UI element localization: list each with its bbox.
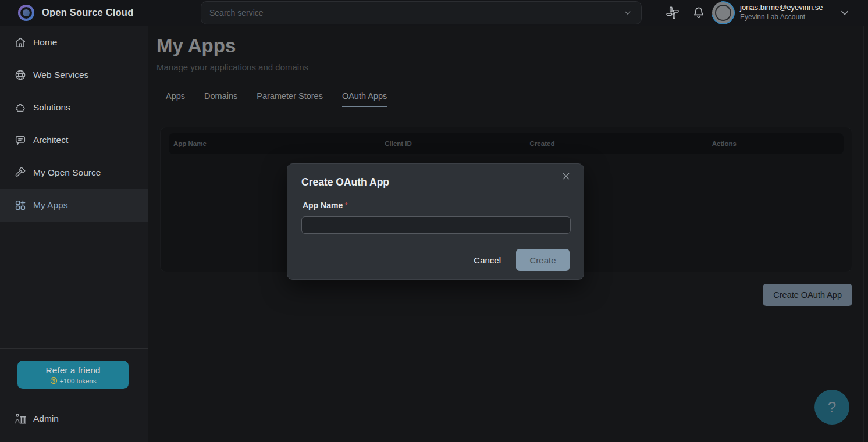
modal-footer: Cancel Create [474, 249, 570, 271]
puzzle-icon [14, 101, 27, 114]
sidebar-item-label: Architect [33, 135, 68, 145]
sidebar-item-label: Web Services [33, 70, 88, 80]
sidebar-item-label: My Apps [33, 200, 67, 211]
search-service-box[interactable] [201, 1, 642, 24]
close-icon[interactable] [561, 169, 577, 184]
sidebar-item-architect[interactable]: Architect [0, 124, 148, 156]
cancel-button[interactable]: Cancel [474, 255, 501, 265]
sidebar-item-admin[interactable]: Admin [0, 402, 148, 435]
chevron-down-icon[interactable] [622, 8, 633, 18]
create-button[interactable]: Create [516, 249, 570, 271]
chat-icon [14, 134, 27, 147]
refer-a-friend-button[interactable]: Refer a friend +100 tokens [17, 361, 129, 389]
search-input[interactable] [209, 8, 622, 17]
osc-logo-icon [18, 5, 34, 21]
slack-icon[interactable] [665, 5, 680, 20]
sidebar-item-label: Home [33, 37, 57, 48]
avatar[interactable] [712, 2, 734, 24]
app-name-field[interactable] [301, 216, 571, 234]
hammer-icon [14, 166, 27, 179]
coin-icon [50, 377, 58, 384]
sidebar-item-label: My Open Source [33, 167, 101, 178]
user-account: Eyevinn Lab Account [740, 13, 823, 21]
sidebar: Home Web Services Solutions Architect [0, 26, 148, 442]
app-name-label: App Name* [303, 201, 348, 210]
create-oauth-app-modal: Create OAuth App App Name* Cancel Create [287, 163, 584, 280]
user-menu[interactable]: jonas.birme@eyevinn.se Eyevinn Lab Accou… [740, 3, 823, 21]
home-icon [14, 36, 27, 49]
sidebar-item-web-services[interactable]: Web Services [0, 59, 148, 91]
modal-title: Create OAuth App [301, 176, 389, 188]
sidebar-item-label: Admin [33, 414, 59, 424]
sidebar-item-my-apps[interactable]: My Apps [0, 189, 148, 222]
grid-plus-icon [14, 199, 27, 212]
required-marker: * [344, 201, 347, 210]
refer-tokens-label: +100 tokens [60, 377, 97, 384]
sidebar-item-home[interactable]: Home [0, 26, 148, 59]
sidebar-item-solutions[interactable]: Solutions [0, 91, 148, 124]
sidebar-item-label: Solutions [33, 102, 70, 113]
topbar: Open Source Cloud jonas.birme@eyevinn.se… [0, 0, 868, 26]
user-email: jonas.birme@eyevinn.se [740, 3, 823, 12]
sidebar-divider [0, 348, 148, 349]
sidebar-item-my-open-source[interactable]: My Open Source [0, 156, 148, 189]
chevron-down-icon[interactable] [838, 6, 851, 19]
admin-icon [14, 412, 27, 425]
refer-label: Refer a friend [46, 365, 101, 376]
globe-icon [14, 69, 27, 81]
refer-tokens: +100 tokens [50, 377, 97, 384]
brand-title: Open Source Cloud [42, 7, 133, 18]
